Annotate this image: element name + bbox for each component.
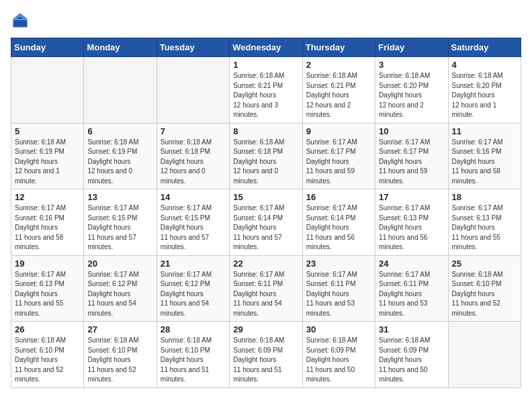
day-number: 23 [306,259,371,269]
day-number: 31 [379,324,444,334]
day-number: 29 [233,324,298,334]
calendar-week-row: 5Sunrise: 6:18 AMSunset: 6:19 PMDaylight… [11,123,521,189]
calendar-cell: 17Sunrise: 6:17 AMSunset: 6:13 PMDayligh… [375,189,448,256]
day-info: Sunrise: 6:18 AMSunset: 6:10 PMDaylight … [15,336,80,385]
day-number: 28 [161,324,226,334]
day-info: Sunrise: 6:18 AMSunset: 6:10 PMDaylight … [161,336,226,385]
svg-rect-2 [13,19,28,20]
day-number: 13 [87,192,152,202]
day-number: 18 [452,192,517,202]
calendar-cell: 29Sunrise: 6:18 AMSunset: 6:09 PMDayligh… [230,322,302,388]
day-info: Sunrise: 6:18 AMSunset: 6:09 PMDaylight … [233,336,298,385]
calendar-cell: 15Sunrise: 6:17 AMSunset: 6:14 PMDayligh… [230,189,302,256]
calendar-cell: 20Sunrise: 6:17 AMSunset: 6:12 PMDayligh… [84,255,157,322]
calendar-week-row: 26Sunrise: 6:18 AMSunset: 6:10 PMDayligh… [11,322,521,388]
calendar-cell: 28Sunrise: 6:18 AMSunset: 6:10 PMDayligh… [157,322,229,388]
day-of-week-header: Wednesday [230,38,302,57]
day-info: Sunrise: 6:17 AMSunset: 6:12 PMDaylight … [161,270,226,319]
day-info: Sunrise: 6:17 AMSunset: 6:13 PMDaylight … [15,270,80,319]
calendar-cell [84,57,157,124]
calendar-cell: 5Sunrise: 6:18 AMSunset: 6:19 PMDaylight… [11,123,84,189]
day-info: Sunrise: 6:17 AMSunset: 6:16 PMDaylight … [15,203,80,253]
day-number: 17 [379,192,444,202]
day-number: 22 [233,259,298,269]
day-number: 3 [379,60,444,70]
calendar-cell: 14Sunrise: 6:17 AMSunset: 6:15 PMDayligh… [157,189,229,256]
day-number: 8 [233,126,298,136]
day-number: 5 [15,126,80,136]
calendar-cell: 23Sunrise: 6:17 AMSunset: 6:11 PMDayligh… [302,255,375,322]
calendar-week-row: 19Sunrise: 6:17 AMSunset: 6:13 PMDayligh… [11,255,521,322]
calendar-cell: 9Sunrise: 6:17 AMSunset: 6:17 PMDaylight… [302,123,375,189]
day-number: 14 [161,192,226,202]
calendar-cell: 18Sunrise: 6:17 AMSunset: 6:13 PMDayligh… [448,189,521,256]
day-info: Sunrise: 6:17 AMSunset: 6:15 PMDaylight … [161,203,226,253]
calendar-header-row: SundayMondayTuesdayWednesdayThursdayFrid… [11,38,521,57]
calendar-cell: 26Sunrise: 6:18 AMSunset: 6:10 PMDayligh… [11,322,84,388]
day-info: Sunrise: 6:17 AMSunset: 6:16 PMDaylight … [452,138,517,187]
day-of-week-header: Saturday [448,38,521,57]
day-number: 19 [15,259,80,269]
day-number: 2 [306,60,371,70]
day-number: 20 [87,259,152,269]
day-number: 12 [15,192,80,202]
day-number: 4 [452,60,517,70]
day-number: 9 [306,126,371,136]
day-info: Sunrise: 6:18 AMSunset: 6:18 PMDaylight … [161,138,226,187]
calendar-cell: 24Sunrise: 6:17 AMSunset: 6:11 PMDayligh… [375,255,448,322]
day-of-week-header: Thursday [302,38,375,57]
day-info: Sunrise: 6:18 AMSunset: 6:10 PMDaylight … [87,336,152,385]
logo [11,11,32,30]
day-info: Sunrise: 6:17 AMSunset: 6:11 PMDaylight … [233,270,298,319]
day-info: Sunrise: 6:18 AMSunset: 6:21 PMDaylight … [306,71,371,120]
calendar-cell: 31Sunrise: 6:18 AMSunset: 6:09 PMDayligh… [375,322,448,388]
calendar-cell: 30Sunrise: 6:18 AMSunset: 6:09 PMDayligh… [302,322,375,388]
day-info: Sunrise: 6:18 AMSunset: 6:19 PMDaylight … [87,138,152,187]
day-number: 25 [452,259,517,269]
page-header [11,11,521,30]
day-number: 26 [15,324,80,334]
day-info: Sunrise: 6:18 AMSunset: 6:20 PMDaylight … [452,71,517,120]
calendar-week-row: 1Sunrise: 6:18 AMSunset: 6:21 PMDaylight… [11,57,521,124]
day-info: Sunrise: 6:18 AMSunset: 6:09 PMDaylight … [306,336,371,385]
day-of-week-header: Monday [84,38,157,57]
calendar-cell: 21Sunrise: 6:17 AMSunset: 6:12 PMDayligh… [157,255,229,322]
day-info: Sunrise: 6:17 AMSunset: 6:11 PMDaylight … [306,270,371,319]
calendar-cell: 7Sunrise: 6:18 AMSunset: 6:18 PMDaylight… [157,123,229,189]
day-number: 1 [233,60,298,70]
day-info: Sunrise: 6:17 AMSunset: 6:13 PMDaylight … [452,203,517,253]
day-info: Sunrise: 6:17 AMSunset: 6:13 PMDaylight … [379,203,444,253]
calendar-cell: 11Sunrise: 6:17 AMSunset: 6:16 PMDayligh… [448,123,521,189]
day-number: 11 [452,126,517,136]
day-info: Sunrise: 6:17 AMSunset: 6:14 PMDaylight … [306,203,371,253]
calendar-cell: 16Sunrise: 6:17 AMSunset: 6:14 PMDayligh… [302,189,375,256]
calendar-week-row: 12Sunrise: 6:17 AMSunset: 6:16 PMDayligh… [11,189,521,256]
day-info: Sunrise: 6:17 AMSunset: 6:17 PMDaylight … [306,138,371,187]
day-number: 30 [306,324,371,334]
day-of-week-header: Sunday [11,38,84,57]
calendar-cell [448,322,521,388]
day-info: Sunrise: 6:17 AMSunset: 6:15 PMDaylight … [87,203,152,253]
day-info: Sunrise: 6:17 AMSunset: 6:12 PMDaylight … [87,270,152,319]
day-number: 15 [233,192,298,202]
calendar-cell: 25Sunrise: 6:18 AMSunset: 6:10 PMDayligh… [448,255,521,322]
day-of-week-header: Tuesday [157,38,229,57]
day-number: 16 [306,192,371,202]
day-of-week-header: Friday [375,38,448,57]
calendar-cell: 1Sunrise: 6:18 AMSunset: 6:21 PMDaylight… [230,57,302,124]
calendar-cell: 2Sunrise: 6:18 AMSunset: 6:21 PMDaylight… [302,57,375,124]
day-info: Sunrise: 6:17 AMSunset: 6:14 PMDaylight … [233,203,298,253]
day-number: 27 [87,324,152,334]
day-info: Sunrise: 6:18 AMSunset: 6:21 PMDaylight … [233,71,298,120]
calendar-cell: 27Sunrise: 6:18 AMSunset: 6:10 PMDayligh… [84,322,157,388]
calendar-cell: 19Sunrise: 6:17 AMSunset: 6:13 PMDayligh… [11,255,84,322]
day-info: Sunrise: 6:18 AMSunset: 6:18 PMDaylight … [233,138,298,187]
calendar-cell: 22Sunrise: 6:17 AMSunset: 6:11 PMDayligh… [230,255,302,322]
calendar-table: SundayMondayTuesdayWednesdayThursdayFrid… [11,38,521,388]
calendar-cell: 13Sunrise: 6:17 AMSunset: 6:15 PMDayligh… [84,189,157,256]
calendar-cell: 3Sunrise: 6:18 AMSunset: 6:20 PMDaylight… [375,57,448,124]
day-info: Sunrise: 6:17 AMSunset: 6:11 PMDaylight … [379,270,444,319]
day-info: Sunrise: 6:18 AMSunset: 6:09 PMDaylight … [379,336,444,385]
calendar-cell: 4Sunrise: 6:18 AMSunset: 6:20 PMDaylight… [448,57,521,124]
day-number: 24 [379,259,444,269]
